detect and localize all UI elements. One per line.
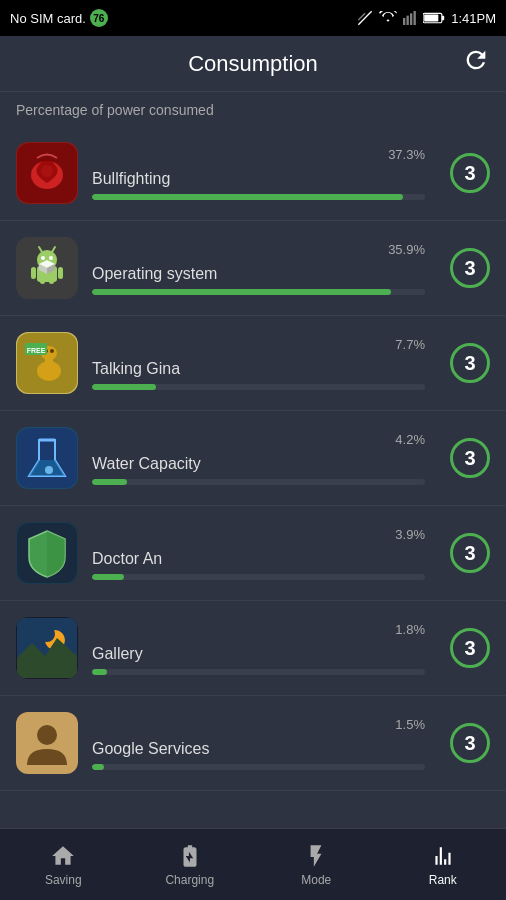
nav-item-charging[interactable]: Charging <box>127 835 254 895</box>
svg-point-26 <box>50 349 54 353</box>
rank-badge: 3 <box>450 248 490 288</box>
app-meta: 37.3% <box>92 147 425 166</box>
app-meta: 1.8% <box>92 622 425 641</box>
app-percent: 1.5% <box>395 717 425 732</box>
list-item[interactable]: 1.5% Google Services 3 <box>0 696 506 791</box>
progress-bar <box>92 384 156 390</box>
list-item[interactable]: 1.8% Gallery 3 <box>0 601 506 696</box>
app-right: 3 <box>435 628 490 668</box>
svg-rect-30 <box>39 438 55 442</box>
app-meta: 7.7% <box>92 337 425 356</box>
app-icon-gallery <box>16 617 78 679</box>
sub-header-text: Percentage of power consumed <box>16 102 214 118</box>
svg-rect-5 <box>442 16 444 21</box>
nav-label-mode: Mode <box>301 873 331 887</box>
battery-icon <box>423 12 445 24</box>
rank-badge: 3 <box>450 723 490 763</box>
bottom-nav: Saving Charging Mode Rank <box>0 828 506 900</box>
svg-point-31 <box>45 466 53 474</box>
app-percent: 1.8% <box>395 622 425 637</box>
app-meta: 1.5% <box>92 717 425 736</box>
app-info: 7.7% Talking Gina <box>92 337 425 390</box>
rank-badge: 3 <box>450 153 490 193</box>
app-right: 3 <box>435 533 490 573</box>
home-icon <box>50 843 76 869</box>
app-list: 37.3% Bullfighting 3 <box>0 126 506 824</box>
progress-bar <box>92 669 107 675</box>
app-percent: 4.2% <box>395 432 425 447</box>
app-percent: 3.9% <box>395 527 425 542</box>
app-icon-doctor <box>16 522 78 584</box>
refresh-button[interactable] <box>462 46 490 81</box>
battery-badge: 76 <box>90 9 108 27</box>
app-percent: 37.3% <box>388 147 425 162</box>
svg-rect-16 <box>49 276 54 284</box>
app-name: Operating system <box>92 265 425 283</box>
list-item[interactable]: 3.9% Doctor An 3 <box>0 506 506 601</box>
nav-item-rank[interactable]: Rank <box>380 835 507 895</box>
app-right: 3 <box>435 248 490 288</box>
list-item[interactable]: 35.9% Operating system 3 <box>0 221 506 316</box>
app-icon-talking: FREE <box>16 332 78 394</box>
nav-label-charging: Charging <box>165 873 214 887</box>
rank-icon <box>430 843 456 869</box>
app-name: Google Services <box>92 740 425 758</box>
progress-container <box>92 384 425 390</box>
signal-bars-icon <box>403 11 417 25</box>
app-info: 1.5% Google Services <box>92 717 425 770</box>
svg-point-9 <box>41 165 53 177</box>
app-percent: 7.7% <box>395 337 425 352</box>
app-info: 3.9% Doctor An <box>92 527 425 580</box>
svg-rect-6 <box>424 14 438 21</box>
progress-bar <box>92 289 391 295</box>
svg-point-37 <box>39 626 55 642</box>
progress-container <box>92 289 425 295</box>
svg-rect-2 <box>410 13 412 25</box>
app-right: 3 <box>435 153 490 193</box>
rank-badge: 3 <box>450 628 490 668</box>
status-bar: No SIM card. 76 1:41PM <box>0 0 506 36</box>
carrier-text: No SIM card. <box>10 11 86 26</box>
app-name: Talking Gina <box>92 360 425 378</box>
rank-badge: 3 <box>450 438 490 478</box>
progress-container <box>92 574 425 580</box>
header: Consumption <box>0 36 506 92</box>
app-icon-water <box>16 427 78 489</box>
app-icon-os <box>16 237 78 299</box>
nav-item-saving[interactable]: Saving <box>0 835 127 895</box>
progress-bar <box>92 574 124 580</box>
app-name: Gallery <box>92 645 425 663</box>
svg-point-39 <box>37 725 57 745</box>
svg-rect-3 <box>414 11 416 25</box>
app-info: 4.2% Water Capacity <box>92 432 425 485</box>
svg-text:FREE: FREE <box>27 347 46 354</box>
progress-bar <box>92 479 127 485</box>
nav-item-mode[interactable]: Mode <box>253 835 380 895</box>
sub-header: Percentage of power consumed <box>0 92 506 126</box>
app-meta: 3.9% <box>92 527 425 546</box>
list-item[interactable]: 4.2% Water Capacity 3 <box>0 411 506 506</box>
wifi-icon <box>379 11 397 25</box>
app-right: 3 <box>435 343 490 383</box>
app-meta: 35.9% <box>92 242 425 261</box>
progress-container <box>92 479 425 485</box>
progress-container <box>92 669 425 675</box>
svg-rect-13 <box>31 267 36 279</box>
svg-rect-0 <box>403 18 405 25</box>
progress-bar <box>92 194 403 200</box>
svg-rect-1 <box>407 16 409 25</box>
refresh-icon <box>462 46 490 74</box>
list-item[interactable]: FREE 7.7% Talking Gina 3 <box>0 316 506 411</box>
nav-label-rank: Rank <box>429 873 457 887</box>
list-item[interactable]: 37.3% Bullfighting 3 <box>0 126 506 221</box>
svg-point-18 <box>49 256 53 260</box>
nav-label-saving: Saving <box>45 873 82 887</box>
app-right: 3 <box>435 723 490 763</box>
signal-slash-icon <box>357 10 373 26</box>
progress-container <box>92 194 425 200</box>
app-right: 3 <box>435 438 490 478</box>
app-name: Water Capacity <box>92 455 425 473</box>
lightning-icon <box>303 843 329 869</box>
svg-rect-29 <box>17 428 77 488</box>
charging-icon <box>177 843 203 869</box>
